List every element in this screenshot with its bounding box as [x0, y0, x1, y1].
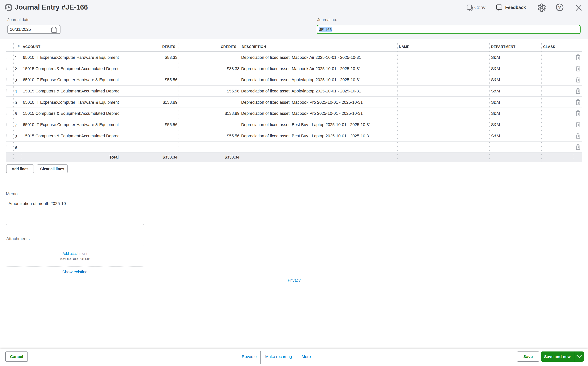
svg-text:?: ?: [558, 5, 561, 10]
